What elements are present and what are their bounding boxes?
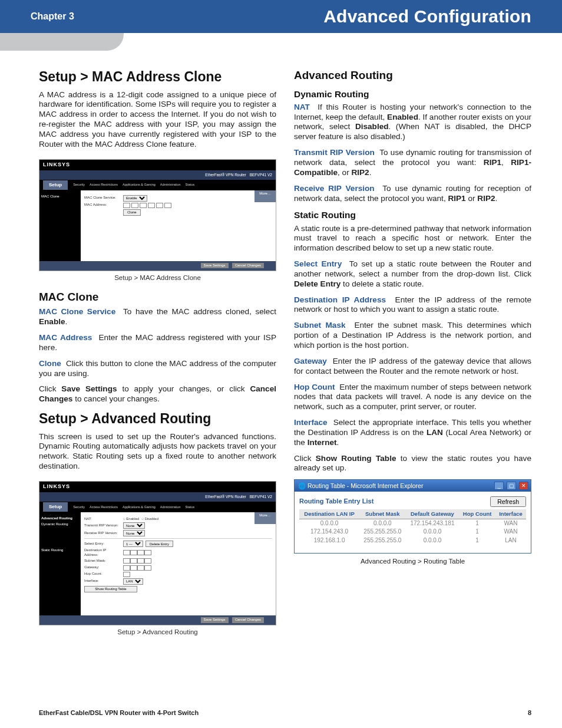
figure-caption: Setup > MAC Address Clone	[39, 274, 276, 282]
mini-ip-octet[interactable]	[137, 565, 144, 571]
col-dest-ip: Destination LAN IP	[299, 509, 359, 519]
mini-mac-octet[interactable]	[156, 203, 163, 208]
mini-save-button[interactable]: Save Settings	[201, 263, 229, 268]
paragraph-nat: NAT If this Router is hosting your netwo…	[294, 103, 531, 142]
routing-table-list-label: Routing Table Entry List	[299, 498, 373, 506]
maximize-icon[interactable]: ▢	[507, 482, 516, 490]
term-nat: NAT	[294, 103, 310, 111]
paragraph-static-intro: A static route is a pre-determined pathw…	[294, 224, 531, 254]
close-icon[interactable]: ✕	[519, 482, 528, 490]
heading-advanced-routing: Advanced Routing	[294, 68, 531, 83]
mini-hop-input[interactable]	[123, 572, 130, 577]
mini-tab[interactable]: Security	[71, 505, 87, 509]
mini-mac-octet[interactable]	[164, 203, 171, 208]
term-transmit-rip: Transmit RIP Version	[294, 148, 375, 157]
mini-side-item[interactable]: MAC Clone	[41, 195, 79, 199]
mini-tab[interactable]: Applications & Gaming	[121, 505, 157, 509]
mini-if-select[interactable]: LAN	[123, 578, 143, 585]
chapter-label: Chapter 3	[31, 11, 74, 22]
mini-more[interactable]: More…	[254, 190, 276, 202]
mini-ip-octet[interactable]	[130, 558, 137, 564]
figure-advanced-routing-screenshot: LINKSYS EtherFast® VPN Router BEFVP41 V2…	[39, 481, 276, 625]
mini-ip-octet[interactable]	[137, 558, 144, 564]
mini-select-entry[interactable]: 1 —	[123, 541, 143, 547]
term-hop-count: Hop Count	[294, 383, 335, 391]
mini-ip-octet[interactable]	[144, 550, 151, 555]
col-hop-count: Hop Count	[459, 509, 495, 519]
mini-tab[interactable]: Administration	[158, 505, 183, 509]
mini-tab[interactable]: Administration	[158, 183, 183, 187]
minimize-icon[interactable]: _	[494, 482, 504, 490]
mini-side-item[interactable]: Dynamic Routing	[41, 522, 79, 526]
paragraph-clone: Clone Click this button to clone the MAC…	[39, 359, 276, 379]
mini-tab[interactable]: Access Restrictions	[88, 505, 120, 509]
mini-rrip-select[interactable]: None	[123, 530, 145, 536]
mini-if-label: Interface:	[84, 579, 121, 583]
mini-save-button[interactable]: Save Settings	[201, 617, 229, 622]
mini-mac-service-select[interactable]: Enable	[123, 195, 147, 202]
mini-ip-octet[interactable]	[123, 558, 130, 564]
mini-ip-octet[interactable]	[144, 558, 151, 564]
footer-page-number: 8	[528, 709, 531, 716]
col-interface: Interface	[495, 509, 526, 519]
paragraph-show-routing-table: Click Show Routing Table to view the sta…	[294, 454, 531, 474]
paragraph-mac-clone-service: MAC Clone Service To have the MAC addres…	[39, 307, 276, 327]
mini-mac-octet[interactable]	[140, 203, 147, 208]
mini-show-routing-table-button[interactable]: Show Routing Table	[84, 586, 137, 592]
paragraph-subnet-mask: Subnet Mask Enter the subnet mask. This …	[294, 321, 531, 351]
term-gateway: Gateway	[294, 357, 327, 365]
mini-trip-label: Transmit RIP Version:	[84, 523, 121, 528]
mini-tab[interactable]: Applications & Gaming	[121, 183, 157, 187]
ie-icon: 🌐	[298, 482, 306, 489]
window-title: 🌐 Routing Table - Microsoft Internet Exp…	[298, 482, 423, 490]
mini-model: EtherFast® VPN Router	[205, 495, 246, 499]
term-dest-ip: Destination IP Address	[294, 295, 386, 304]
term-clone: Clone	[39, 359, 61, 368]
mini-ip-octet[interactable]	[123, 565, 130, 571]
mini-tab[interactable]: Status	[184, 505, 197, 509]
mini-setup-tab[interactable]: Setup	[43, 502, 68, 512]
mini-mac-octet[interactable]	[148, 203, 155, 208]
paragraph-mac-address: MAC Address Enter the MAC address regist…	[39, 333, 276, 353]
mini-tab[interactable]: Status	[184, 183, 197, 187]
mini-brand: LINKSYS	[39, 482, 276, 492]
mini-tab[interactable]: Access Restrictions	[88, 183, 120, 187]
mini-select-entry-label: Select Entry:	[84, 542, 121, 546]
paragraph-gateway: Gateway Enter the IP address of the gate…	[294, 357, 531, 377]
mini-mac-octet[interactable]	[131, 203, 138, 208]
mini-mask-label: Subnet Mask:	[84, 559, 121, 563]
refresh-button[interactable]: Refresh	[490, 496, 526, 507]
mini-side-item[interactable]: Static Routing	[41, 548, 79, 552]
mini-trip-select[interactable]: None	[123, 522, 145, 529]
heading-static-routing: Static Routing	[294, 209, 531, 220]
mini-ip-octet[interactable]	[130, 565, 137, 571]
mini-hop-label: Hop Count:	[84, 572, 121, 576]
mini-mac-octet[interactable]	[123, 203, 130, 208]
term-select-entry: Select Entry	[294, 259, 342, 268]
mini-ip-octet[interactable]	[144, 565, 151, 571]
mini-nat-disabled[interactable]: ○ Disabled	[141, 517, 158, 521]
table-row: 0.0.0.00.0.0.0172.154.243.1811WAN	[299, 519, 526, 528]
mini-nat-enabled[interactable]: ○ Enabled	[123, 517, 139, 521]
figure-caption: Setup > Advanced Routing	[39, 628, 276, 636]
paragraph-interface: Interface Select the appropriate interfa…	[294, 418, 531, 448]
mini-ip-octet[interactable]	[130, 550, 137, 555]
paragraph-receive-rip: Receive RIP Version To use dynamic routi…	[294, 184, 531, 204]
routing-table-window: 🌐 Routing Table - Microsoft Internet Exp…	[294, 479, 531, 554]
page-title: Advanced Configuration	[323, 6, 531, 27]
mini-cancel-button[interactable]: Cancel Changes	[232, 263, 264, 268]
mini-cancel-button[interactable]: Cancel Changes	[232, 617, 264, 622]
mini-more[interactable]: More…	[254, 512, 276, 524]
mini-tab[interactable]: Security	[71, 183, 87, 187]
mini-gw-label: Gateway:	[84, 565, 121, 569]
mini-ip-octet[interactable]	[123, 550, 130, 555]
figure-caption: Advanced Routing > Routing Table	[294, 557, 531, 565]
mini-nat-label: NAT:	[84, 517, 121, 521]
mini-clone-button[interactable]: Clone	[123, 209, 141, 216]
mini-mac-service-label: MAC Clone Service:	[84, 196, 121, 200]
mini-ip-octet[interactable]	[137, 550, 144, 555]
mini-delete-entry-button[interactable]: Delete Entry	[146, 541, 173, 547]
footer-product: EtherFast Cable/DSL VPN Router with 4-Po…	[39, 709, 199, 716]
mini-brand: LINKSYS	[39, 160, 276, 170]
mini-setup-tab[interactable]: Setup	[43, 180, 68, 190]
